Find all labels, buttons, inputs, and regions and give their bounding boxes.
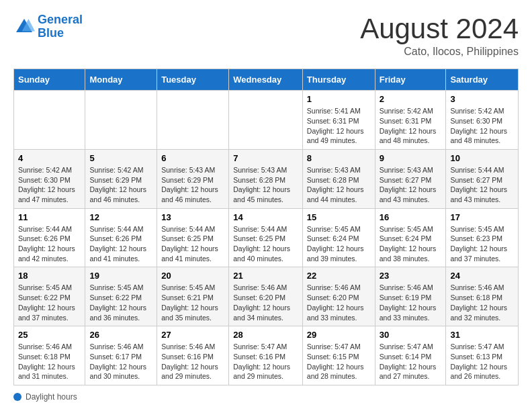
day-number: 9 [380,153,442,163]
logo: General Blue [13,13,83,40]
calendar-cell: 26Sunrise: 5:46 AM Sunset: 6:17 PM Dayli… [85,326,157,385]
day-number: 20 [161,271,224,281]
cell-text: Sunrise: 5:43 AM Sunset: 6:27 PM Dayligh… [380,165,442,205]
cell-text: Sunrise: 5:45 AM Sunset: 6:21 PM Dayligh… [161,283,224,322]
day-number: 1 [307,94,371,104]
calendar-cell: 7Sunrise: 5:43 AM Sunset: 6:28 PM Daylig… [229,149,303,208]
calendar-body: 1Sunrise: 5:41 AM Sunset: 6:31 PM Daylig… [14,91,519,385]
day-number: 29 [307,330,371,340]
cell-text: Sunrise: 5:41 AM Sunset: 6:31 PM Dayligh… [307,106,371,146]
header-day-monday: Monday [85,69,157,91]
week-row-1: 4Sunrise: 5:42 AM Sunset: 6:30 PM Daylig… [14,149,519,208]
day-number: 23 [380,271,442,281]
calendar-cell: 12Sunrise: 5:44 AM Sunset: 6:26 PM Dayli… [85,208,157,267]
calendar-cell: 28Sunrise: 5:47 AM Sunset: 6:16 PM Dayli… [229,326,303,385]
week-row-3: 18Sunrise: 5:45 AM Sunset: 6:22 PM Dayli… [14,267,519,326]
day-number: 14 [233,212,298,222]
calendar-cell [85,91,157,150]
calendar-cell: 14Sunrise: 5:44 AM Sunset: 6:25 PM Dayli… [229,208,303,267]
cell-text: Sunrise: 5:46 AM Sunset: 6:18 PM Dayligh… [18,342,81,381]
cell-text: Sunrise: 5:47 AM Sunset: 6:15 PM Dayligh… [307,342,371,381]
cell-text: Sunrise: 5:46 AM Sunset: 6:19 PM Dayligh… [380,283,442,322]
day-number: 16 [380,212,442,222]
footer-dot [13,393,21,401]
cell-text: Sunrise: 5:45 AM Sunset: 6:22 PM Dayligh… [89,283,152,322]
week-row-2: 11Sunrise: 5:44 AM Sunset: 6:26 PM Dayli… [14,208,519,267]
day-number: 17 [450,212,514,222]
page-title: August 2024 [360,13,519,44]
day-number: 22 [307,271,371,281]
page-subtitle: Cato, Ilocos, Philippines [360,46,519,58]
calendar-cell: 24Sunrise: 5:46 AM Sunset: 6:18 PM Dayli… [446,267,519,326]
cell-text: Sunrise: 5:47 AM Sunset: 6:13 PM Dayligh… [450,342,514,381]
day-number: 27 [161,330,224,340]
calendar-cell: 21Sunrise: 5:46 AM Sunset: 6:20 PM Dayli… [229,267,303,326]
calendar-cell: 19Sunrise: 5:45 AM Sunset: 6:22 PM Dayli… [85,267,157,326]
cell-text: Sunrise: 5:45 AM Sunset: 6:24 PM Dayligh… [380,224,442,264]
calendar-cell: 25Sunrise: 5:46 AM Sunset: 6:18 PM Dayli… [14,326,85,385]
cell-text: Sunrise: 5:42 AM Sunset: 6:31 PM Dayligh… [380,106,442,146]
calendar-table: SundayMondayTuesdayWednesdayThursdayFrid… [13,68,519,385]
cell-text: Sunrise: 5:46 AM Sunset: 6:18 PM Dayligh… [450,283,514,322]
calendar-cell: 30Sunrise: 5:47 AM Sunset: 6:14 PM Dayli… [375,326,446,385]
week-row-0: 1Sunrise: 5:41 AM Sunset: 6:31 PM Daylig… [14,91,519,150]
day-number: 6 [161,153,224,163]
calendar-cell: 22Sunrise: 5:46 AM Sunset: 6:20 PM Dayli… [302,267,375,326]
header-day-thursday: Thursday [302,69,375,91]
calendar-cell [157,91,229,150]
header-day-tuesday: Tuesday [157,69,229,91]
cell-text: Sunrise: 5:46 AM Sunset: 6:16 PM Dayligh… [161,342,224,381]
cell-text: Sunrise: 5:44 AM Sunset: 6:25 PM Dayligh… [161,224,224,264]
page-header: General Blue August 2024 Cato, Ilocos, P… [13,13,519,58]
day-number: 2 [380,94,442,104]
cell-text: Sunrise: 5:43 AM Sunset: 6:28 PM Dayligh… [233,165,298,205]
cell-text: Sunrise: 5:47 AM Sunset: 6:16 PM Dayligh… [233,342,298,381]
cell-text: Sunrise: 5:46 AM Sunset: 6:17 PM Dayligh… [89,342,152,381]
cell-text: Sunrise: 5:44 AM Sunset: 6:27 PM Dayligh… [450,165,514,205]
calendar-cell: 27Sunrise: 5:46 AM Sunset: 6:16 PM Dayli… [157,326,229,385]
calendar-cell: 16Sunrise: 5:45 AM Sunset: 6:24 PM Dayli… [375,208,446,267]
day-number: 30 [380,330,442,340]
calendar-cell: 8Sunrise: 5:43 AM Sunset: 6:28 PM Daylig… [302,149,375,208]
cell-text: Sunrise: 5:43 AM Sunset: 6:28 PM Dayligh… [307,165,371,205]
cell-text: Sunrise: 5:47 AM Sunset: 6:14 PM Dayligh… [380,342,442,381]
day-number: 26 [89,330,152,340]
calendar-cell: 15Sunrise: 5:45 AM Sunset: 6:24 PM Dayli… [302,208,375,267]
cell-text: Sunrise: 5:44 AM Sunset: 6:26 PM Dayligh… [18,224,81,264]
cell-text: Sunrise: 5:44 AM Sunset: 6:26 PM Dayligh… [89,224,152,264]
logo-line2: Blue [38,26,64,40]
calendar-cell: 4Sunrise: 5:42 AM Sunset: 6:30 PM Daylig… [14,149,85,208]
day-number: 18 [18,271,81,281]
calendar-cell: 13Sunrise: 5:44 AM Sunset: 6:25 PM Dayli… [157,208,229,267]
day-number: 21 [233,271,298,281]
header-day-wednesday: Wednesday [229,69,303,91]
logo-line1: General [38,13,83,26]
logo-icon [13,16,35,38]
calendar-header: SundayMondayTuesdayWednesdayThursdayFrid… [14,69,519,91]
calendar-cell: 18Sunrise: 5:45 AM Sunset: 6:22 PM Dayli… [14,267,85,326]
header-day-sunday: Sunday [14,69,85,91]
cell-text: Sunrise: 5:46 AM Sunset: 6:20 PM Dayligh… [307,283,371,322]
cell-text: Sunrise: 5:43 AM Sunset: 6:29 PM Dayligh… [161,165,224,205]
day-number: 15 [307,212,371,222]
day-number: 13 [161,212,224,222]
day-number: 12 [89,212,152,222]
calendar-cell: 9Sunrise: 5:43 AM Sunset: 6:27 PM Daylig… [375,149,446,208]
day-number: 5 [89,153,152,163]
day-number: 3 [450,94,514,104]
cell-text: Sunrise: 5:45 AM Sunset: 6:24 PM Dayligh… [307,224,371,264]
header-row: SundayMondayTuesdayWednesdayThursdayFrid… [14,69,519,91]
day-number: 25 [18,330,81,340]
title-block: August 2024 Cato, Ilocos, Philippines [360,13,519,58]
cell-text: Sunrise: 5:46 AM Sunset: 6:20 PM Dayligh… [233,283,298,322]
day-number: 8 [307,153,371,163]
calendar-cell: 2Sunrise: 5:42 AM Sunset: 6:31 PM Daylig… [375,91,446,150]
cell-text: Sunrise: 5:44 AM Sunset: 6:25 PM Dayligh… [233,224,298,264]
calendar-cell: 5Sunrise: 5:42 AM Sunset: 6:29 PM Daylig… [85,149,157,208]
cell-text: Sunrise: 5:42 AM Sunset: 6:29 PM Dayligh… [89,165,152,205]
footer: Daylight hours [13,392,519,402]
calendar-cell: 20Sunrise: 5:45 AM Sunset: 6:21 PM Dayli… [157,267,229,326]
cell-text: Sunrise: 5:42 AM Sunset: 6:30 PM Dayligh… [450,106,514,146]
footer-label: Daylight hours [26,392,77,402]
cell-text: Sunrise: 5:45 AM Sunset: 6:23 PM Dayligh… [450,224,514,264]
